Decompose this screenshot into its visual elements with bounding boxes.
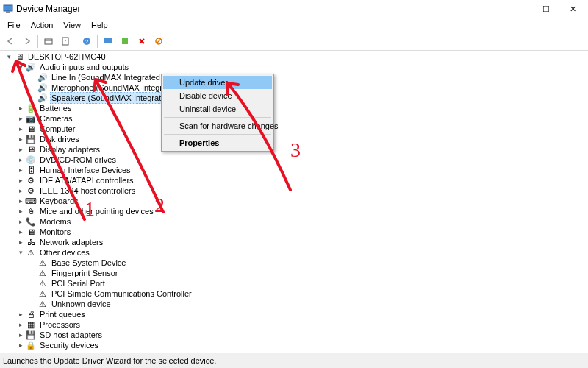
collapse-icon[interactable]: ▾ <box>4 52 13 61</box>
expand-icon[interactable]: ▸ <box>16 310 25 319</box>
device-item[interactable]: ⚠Base System Device <box>3 258 588 268</box>
category-label: DVD/CD-ROM drives <box>38 155 118 165</box>
expand-icon[interactable]: ▸ <box>16 186 25 195</box>
speaker-icon: 🔊 <box>37 82 48 93</box>
svg-point-5 <box>65 40 66 41</box>
forward-button[interactable] <box>19 33 35 49</box>
category-item[interactable]: ▸🖥Display adapters <box>3 144 588 155</box>
category-item[interactable]: ▸📷Cameras <box>3 113 588 124</box>
title-bar: Device Manager — ☐ ✕ <box>0 0 588 18</box>
help-button[interactable]: ? <box>79 33 95 49</box>
category-item[interactable]: ▸🖱Mice and other pointing devices <box>3 206 588 216</box>
device-speakers[interactable]: 🔊Speakers (SoundMAX Integrated Digital H… <box>3 93 588 103</box>
expand-icon[interactable]: ▸ <box>16 104 25 113</box>
update-button[interactable] <box>117 33 133 49</box>
expand-icon[interactable]: ▸ <box>16 341 25 350</box>
scan-button[interactable] <box>100 33 116 49</box>
category-item[interactable]: ▸🖥Monitors <box>3 227 588 237</box>
category-item[interactable]: ▸💾Disk drives <box>3 134 588 144</box>
expand-icon[interactable]: ▸ <box>16 166 25 174</box>
device-item[interactable]: ⚠Unknown device <box>3 299 588 309</box>
expand-icon[interactable]: ▸ <box>16 176 25 185</box>
menu-scan-hardware[interactable]: Scan for hardware changes <box>163 119 272 132</box>
category-item[interactable]: ▸🔒Security devices <box>3 340 588 350</box>
menu-bar: File Action View Help <box>0 18 588 32</box>
category-item[interactable]: ▸🖥Computer <box>3 124 588 134</box>
category-label: Modems <box>38 216 72 227</box>
device-tree[interactable]: ▾🖥DESKTOP-62HMC40 ▾🔊Audio inputs and out… <box>0 50 588 355</box>
window-title: Device Manager <box>16 4 507 14</box>
close-button[interactable]: ✕ <box>560 1 585 16</box>
battery-icon: 🔋 <box>26 103 36 113</box>
disable-button[interactable] <box>151 33 167 49</box>
category-item[interactable]: ▸🖧Network adapters <box>3 237 588 247</box>
category-item[interactable]: ▸📞Modems <box>3 216 588 227</box>
category-label: SD host adapters <box>38 330 104 340</box>
category-label: Network adapters <box>38 237 104 247</box>
svg-rect-9 <box>122 38 128 44</box>
category-audio[interactable]: ▾🔊Audio inputs and outputs <box>3 62 588 72</box>
category-item[interactable]: ▸▦Processors <box>3 319 588 330</box>
show-hidden-button[interactable] <box>40 33 57 49</box>
expand-icon[interactable]: ▸ <box>16 114 25 123</box>
uninstall-button[interactable] <box>134 33 150 49</box>
category-item[interactable]: ▸⚙IDE ATA/ATAPI controllers <box>3 175 588 185</box>
dvd-icon: 💿 <box>26 155 36 165</box>
device-item[interactable]: ⚠Fingerprint Sensor <box>3 268 588 278</box>
category-item[interactable]: ▸🖨Print queues <box>3 309 588 319</box>
menu-separator <box>164 134 271 135</box>
menu-uninstall-device[interactable]: Uninstall device <box>163 102 272 116</box>
expand-icon[interactable]: ▸ <box>16 135 25 144</box>
maximize-button[interactable]: ☐ <box>534 1 559 16</box>
category-item[interactable]: ▸⚙IEEE 1394 host controllers <box>3 185 588 196</box>
category-label: Other devices <box>38 247 91 258</box>
expand-icon[interactable]: ▸ <box>16 197 25 205</box>
category-other[interactable]: ▾⚠Other devices <box>3 247 588 258</box>
expand-icon[interactable]: ▸ <box>16 124 25 133</box>
warning-icon: ⚠ <box>37 268 48 278</box>
expand-icon[interactable]: ▸ <box>16 155 25 164</box>
category-label: Computer <box>38 124 76 134</box>
menu-update-driver[interactable]: Update driver <box>163 76 272 89</box>
expand-icon[interactable]: ▸ <box>16 320 25 329</box>
category-label: Display adapters <box>38 144 101 155</box>
menu-action[interactable]: Action <box>26 20 58 30</box>
menu-properties[interactable]: Properties <box>163 136 272 149</box>
expand-icon[interactable]: ▸ <box>16 227 25 236</box>
device-item[interactable]: ⚠PCI Serial Port <box>3 278 588 289</box>
category-item[interactable]: ▸⌨Keyboards <box>3 196 588 206</box>
audio-icon: 🔊 <box>26 62 36 72</box>
category-label: Security devices <box>38 340 100 350</box>
disk-icon: 💾 <box>26 134 36 144</box>
expand-icon[interactable]: ▸ <box>16 207 25 216</box>
back-button[interactable] <box>2 33 18 49</box>
menu-help[interactable]: Help <box>87 20 112 30</box>
device-item[interactable]: ⚠PCI Simple Communications Controller <box>3 289 588 299</box>
device-label: Base System Device <box>50 258 127 268</box>
tree-root[interactable]: ▾🖥DESKTOP-62HMC40 <box>3 52 588 62</box>
category-label: Keyboards <box>38 196 80 206</box>
collapse-icon[interactable]: ▾ <box>16 63 25 71</box>
category-item[interactable]: ▸💿DVD/CD-ROM drives <box>3 155 588 165</box>
toolbar-separator <box>76 35 76 48</box>
category-label: IEEE 1394 host controllers <box>38 185 137 196</box>
expand-icon[interactable]: ▸ <box>16 217 25 226</box>
menu-disable-device[interactable]: Disable device <box>163 89 272 102</box>
category-label: Monitors <box>38 227 72 237</box>
root-label: DESKTOP-62HMC40 <box>26 52 107 62</box>
expand-icon[interactable]: ▸ <box>16 330 25 339</box>
device-microphone[interactable]: 🔊Microphone (SoundMAX Integrated Digital… <box>3 82 588 93</box>
properties-button[interactable] <box>57 33 74 49</box>
category-item[interactable]: ▸💾SD host adapters <box>3 330 588 340</box>
category-label: Disk drives <box>38 134 81 144</box>
device-line-in[interactable]: 🔊Line In (SoundMAX Integrated Digital HD… <box>3 72 588 82</box>
expand-icon[interactable]: ▸ <box>16 145 25 154</box>
collapse-icon[interactable]: ▾ <box>16 248 25 257</box>
menu-view[interactable]: View <box>59 20 85 30</box>
category-item[interactable]: ▸🎛Human Interface Devices <box>3 165 588 175</box>
minimize-button[interactable]: — <box>507 1 532 16</box>
device-label: Fingerprint Sensor <box>50 268 120 278</box>
menu-file[interactable]: File <box>3 20 25 30</box>
expand-icon[interactable]: ▸ <box>16 238 25 247</box>
category-item[interactable]: ▸🔋Batteries <box>3 103 588 113</box>
